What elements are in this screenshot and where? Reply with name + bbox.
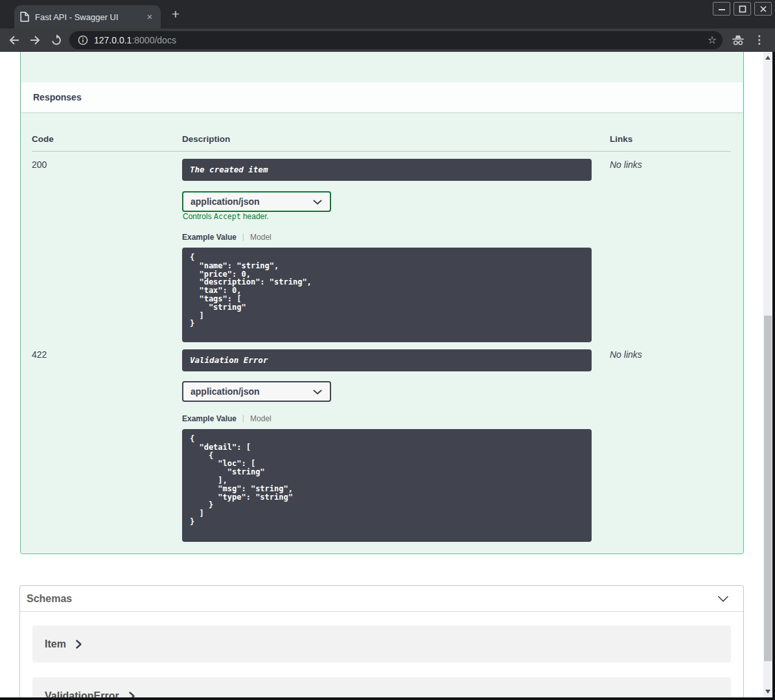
incognito-icon (731, 34, 745, 49)
col-header-description: Description (182, 134, 230, 144)
media-type-select-200[interactable]: application/json (182, 191, 331, 212)
response-code-422: 422 (32, 349, 47, 360)
links-200: No links (610, 159, 642, 170)
col-header-code: Code (32, 134, 54, 144)
tab-strip: Fast API - Swagger UI × + (0, 0, 775, 29)
page-favicon-icon (20, 12, 29, 22)
scrollbar-thumb[interactable] (764, 316, 772, 661)
tab-model[interactable]: Model (250, 233, 272, 242)
scroll-up-icon[interactable] (765, 56, 770, 60)
media-type-select-422[interactable]: application/json (182, 381, 331, 402)
response-200-description: The created item (182, 159, 592, 181)
scroll-down-icon[interactable] (765, 690, 770, 694)
chevron-down-icon (313, 200, 322, 205)
tab-title: Fast API - Swagger UI (35, 12, 144, 22)
chevron-down-icon[interactable] (717, 596, 729, 602)
maximize-button[interactable] (734, 2, 751, 16)
address-bar[interactable]: 127.0.0.1:8000/docs ☆ (69, 31, 723, 49)
url-text: 127.0.0.1:8000/docs (94, 31, 176, 49)
model-name: Item (45, 638, 66, 650)
chevron-right-icon[interactable] (129, 692, 135, 698)
reload-button-icon[interactable] (50, 34, 63, 49)
browser-menu-icon[interactable]: ⋮ (754, 29, 765, 52)
site-info-icon[interactable] (78, 35, 88, 48)
browser-toolbar: 127.0.0.1:8000/docs ☆ ⋮ (0, 29, 775, 52)
example-model-tabs-422: Example ValueModel (182, 414, 272, 423)
window-right-border (772, 52, 775, 697)
forward-button-icon[interactable] (29, 34, 41, 49)
chevron-right-icon[interactable] (76, 640, 82, 649)
new-tab-button[interactable]: + (168, 8, 183, 22)
example-json-422: { "detail": [ { "loc": [ "string" ], "ms… (182, 429, 592, 542)
response-422-description: Validation Error (182, 349, 592, 371)
page-content: Responses Code Description Links 200 The… (0, 52, 772, 697)
window-bottom-border (0, 697, 775, 700)
model-item-row[interactable]: Item (32, 625, 731, 662)
close-button[interactable] (754, 2, 772, 16)
example-json-200: { "name": "string", "price": 0, "descrip… (182, 248, 592, 342)
tab-example-value[interactable]: Example Value (182, 233, 237, 242)
tab-divider (243, 233, 244, 241)
minimize-button[interactable] (713, 2, 730, 16)
col-header-links: Links (610, 134, 632, 144)
window-controls (713, 2, 772, 16)
page-scrollbar[interactable] (763, 52, 772, 697)
schemas-title: Schemas (27, 593, 72, 604)
example-model-tabs-200: Example ValueModel (182, 233, 272, 242)
schemas-header[interactable]: Schemas (20, 586, 743, 612)
accept-header-note: Controls Accept header. (183, 212, 269, 221)
url-host: 127.0.0.1 (94, 35, 132, 45)
response-code-200: 200 (32, 159, 47, 170)
back-button-icon[interactable] (8, 34, 21, 49)
model-validationerror-row[interactable]: ValidationError (32, 677, 731, 697)
responses-title: Responses (33, 92, 82, 102)
links-422: No links (610, 349, 642, 360)
model-name: ValidationError (45, 690, 119, 698)
tab-divider (243, 415, 244, 423)
browser-tab[interactable]: Fast API - Swagger UI × (14, 5, 161, 29)
url-path: :8000/docs (132, 35, 176, 45)
tab-model[interactable]: Model (250, 414, 272, 423)
bookmark-star-icon[interactable]: ☆ (708, 31, 717, 49)
responses-section-header: Responses (21, 82, 743, 112)
chevron-down-icon (313, 390, 322, 395)
tab-example-value[interactable]: Example Value (182, 414, 237, 423)
browser-window: Fast API - Swagger UI × + (0, 0, 775, 700)
table-header-divider (32, 151, 731, 152)
tab-close-icon[interactable]: × (144, 11, 156, 23)
